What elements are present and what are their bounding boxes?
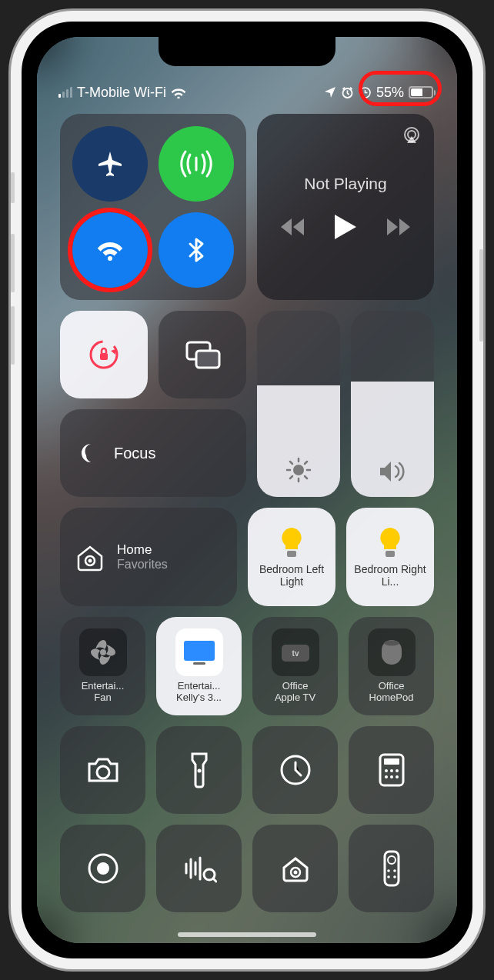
timer-icon — [279, 753, 312, 787]
mute-switch — [11, 172, 15, 203]
svg-point-32 — [97, 862, 109, 875]
camera-icon — [85, 755, 122, 785]
play-button[interactable] — [335, 215, 356, 239]
orientation-icon — [359, 86, 372, 99]
accessory-tv[interactable]: Entertai...Kelly's 3... — [156, 617, 242, 715]
home-subtitle: Favorites — [117, 558, 168, 572]
screen: T-Mobile Wi-Fi 55% — [37, 37, 457, 943]
airplay-icon[interactable] — [402, 125, 422, 145]
acc-1-l1: Entertai... — [178, 680, 221, 692]
tv-icon — [182, 639, 216, 665]
home-app-icon — [279, 852, 312, 885]
accessory-fan[interactable]: Entertai...Fan — [60, 617, 145, 715]
accessory-appletv[interactable]: tv OfficeApple TV — [252, 617, 338, 715]
battery-percent-label: 55% — [376, 85, 404, 101]
acc-2-l1: Office — [282, 680, 309, 692]
phone-bezel: T-Mobile Wi-Fi 55% — [22, 22, 472, 958]
location-icon — [324, 86, 336, 98]
volume-up-button — [11, 234, 15, 292]
calculator-button[interactable] — [349, 726, 434, 814]
appletv-icon: tv — [279, 640, 312, 665]
light-label-1: Bedroom Left Light — [252, 563, 331, 588]
wifi-button[interactable] — [72, 212, 148, 288]
svg-point-13 — [100, 649, 106, 655]
light-accessory-1[interactable]: Bedroom Left Light — [248, 508, 335, 606]
remote-icon — [382, 849, 401, 888]
acc-3-l2: HomePod — [369, 692, 414, 703]
carrier-label: T-Mobile Wi-Fi — [77, 85, 166, 101]
svg-point-28 — [385, 775, 388, 778]
svg-point-41 — [393, 875, 396, 878]
acc-0-l1: Entertai... — [82, 680, 125, 692]
brightness-slider[interactable] — [257, 311, 340, 497]
acc-1-l2: Kelly's 3... — [176, 692, 222, 703]
moon-icon — [77, 442, 100, 465]
cellular-icon — [179, 147, 213, 181]
power-button — [479, 249, 483, 342]
shazam-icon — [182, 853, 217, 884]
svg-point-19 — [384, 641, 399, 646]
connectivity-panel[interactable] — [60, 114, 246, 300]
home-favorites-button[interactable]: Home Favorites — [60, 508, 237, 606]
light-accessory-2[interactable]: Bedroom Right Li... — [346, 508, 434, 606]
home-indicator[interactable] — [178, 932, 316, 937]
svg-rect-7 — [196, 351, 219, 368]
svg-point-29 — [390, 775, 393, 778]
previous-track-button[interactable] — [281, 218, 304, 235]
svg-rect-11 — [287, 551, 296, 557]
screen-record-icon — [86, 852, 120, 885]
screen-mirroring-icon — [184, 339, 221, 370]
svg-rect-14 — [184, 641, 215, 661]
next-track-button[interactable] — [387, 218, 410, 235]
fan-icon — [88, 637, 118, 668]
light-label-2: Bedroom Right Li... — [351, 563, 429, 588]
svg-point-26 — [390, 769, 393, 772]
timer-button[interactable] — [252, 726, 338, 814]
acc-2-l2: Apple TV — [275, 692, 315, 703]
camera-button[interactable] — [60, 726, 145, 814]
battery-icon — [409, 86, 436, 98]
media-panel[interactable]: Not Playing — [257, 114, 434, 300]
svg-rect-12 — [386, 551, 395, 557]
svg-point-10 — [88, 559, 92, 563]
accessory-homepod[interactable]: OfficeHomePod — [349, 617, 434, 715]
cellular-data-button[interactable] — [159, 126, 234, 202]
svg-text:tv: tv — [292, 649, 299, 658]
calculator-icon — [378, 752, 406, 788]
focus-label: Focus — [114, 445, 155, 462]
svg-rect-24 — [384, 758, 399, 765]
annotation-circle-wifi — [68, 208, 152, 292]
svg-point-20 — [97, 766, 109, 778]
screen-record-button[interactable] — [60, 825, 145, 912]
notch — [159, 37, 335, 66]
homepod-icon — [379, 637, 405, 668]
acc-0-l2: Fan — [94, 692, 111, 703]
phone-frame: T-Mobile Wi-Fi 55% — [11, 11, 483, 969]
apple-tv-remote-button[interactable] — [349, 825, 434, 912]
music-recognition-button[interactable] — [156, 825, 242, 912]
brightness-icon — [285, 457, 312, 483]
focus-button[interactable]: Focus — [60, 409, 246, 497]
home-icon — [74, 541, 106, 573]
screen-mirroring-button[interactable] — [159, 311, 246, 398]
svg-point-8 — [293, 465, 304, 475]
flashlight-icon — [189, 751, 209, 789]
svg-rect-5 — [100, 353, 108, 360]
svg-point-38 — [387, 869, 390, 872]
orientation-lock-button[interactable] — [60, 311, 148, 398]
home-app-button[interactable] — [252, 825, 338, 912]
bluetooth-button[interactable] — [159, 212, 234, 288]
alarm-icon — [341, 86, 354, 99]
signal-bars-icon — [58, 87, 72, 98]
flashlight-button[interactable] — [156, 726, 242, 814]
svg-point-39 — [393, 869, 396, 872]
airplane-mode-button[interactable] — [72, 126, 148, 202]
volume-slider[interactable] — [351, 311, 434, 497]
svg-point-21 — [197, 769, 201, 773]
acc-3-l1: Office — [379, 680, 405, 692]
lightbulb-icon — [376, 526, 404, 560]
status-bar: T-Mobile Wi-Fi 55% — [37, 78, 457, 106]
media-status-label: Not Playing — [304, 175, 386, 193]
volume-down-button — [11, 306, 15, 365]
svg-point-25 — [385, 769, 388, 772]
